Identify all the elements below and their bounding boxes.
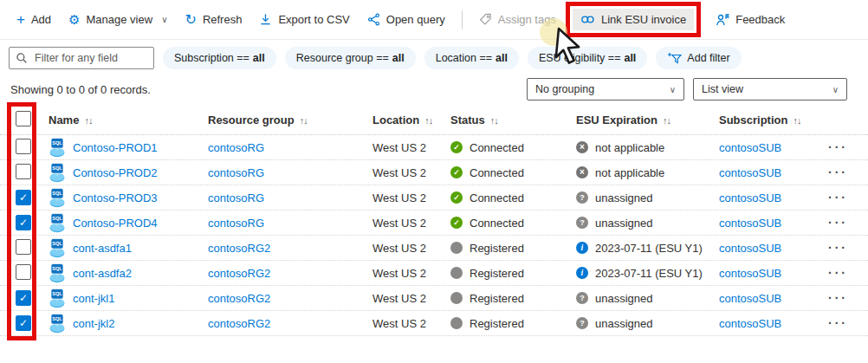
- status-label: Connected: [470, 217, 524, 230]
- status-label: Connected: [470, 191, 524, 204]
- row-checkbox[interactable]: ✓: [16, 315, 31, 331]
- svg-text:SQL: SQL: [52, 140, 62, 146]
- resource-group-link[interactable]: contosoRG2: [208, 242, 270, 255]
- location-cell: West US 2: [372, 166, 450, 179]
- select-all-checkbox[interactable]: [16, 111, 31, 126]
- add-filter-button[interactable]: Add filter: [656, 47, 741, 69]
- esu-info-icon: i: [576, 242, 588, 254]
- sort-icon: ↑↓: [663, 115, 670, 126]
- filter-pill[interactable]: Resource group ==all: [285, 47, 416, 69]
- server-name-link[interactable]: cont-asdfa2: [73, 267, 132, 280]
- sort-icon: ↑↓: [84, 115, 92, 126]
- server-name-link[interactable]: Contoso-PROD3: [73, 191, 158, 204]
- gear-icon: ⚙: [68, 12, 80, 28]
- status-label: Connected: [470, 166, 524, 179]
- row-menu-button[interactable]: ···: [819, 140, 868, 154]
- subscription-link[interactable]: contosoSUB: [719, 191, 781, 204]
- sort-icon: ↑↓: [793, 115, 800, 126]
- table-row: SQLcont-asdfa1contosoRG2West US 2Registe…: [0, 236, 868, 261]
- server-name-link[interactable]: Contoso-PROD4: [73, 217, 158, 230]
- esu-expiration-label: unassigned: [595, 292, 653, 305]
- grouping-dropdown[interactable]: No grouping ∨: [527, 78, 684, 100]
- row-checkbox[interactable]: [16, 239, 31, 255]
- download-icon: [259, 13, 272, 26]
- subscription-link[interactable]: contosoSUB: [719, 267, 781, 280]
- feedback-button[interactable]: Feedback: [708, 9, 793, 31]
- filter-pill[interactable]: ESU eligibility ==all: [528, 47, 647, 69]
- table-row: SQLcont-asdfa2contosoRG2West US 2Registe…: [0, 261, 868, 286]
- server-name-link[interactable]: cont-jkl2: [73, 317, 114, 330]
- filter-search-input[interactable]: [33, 51, 147, 65]
- column-header-resource-group[interactable]: Resource group↑↓: [208, 113, 372, 126]
- column-header-subscription[interactable]: Subscription↑↓: [719, 113, 819, 126]
- link-esu-invoice-label: Link ESU invoice: [601, 13, 686, 26]
- sort-icon: ↑↓: [424, 115, 432, 126]
- row-menu-button[interactable]: ···: [819, 191, 868, 204]
- row-menu-button[interactable]: ···: [819, 316, 868, 330]
- server-name-link[interactable]: Contoso-PROD2: [73, 166, 158, 179]
- row-checkbox[interactable]: [16, 139, 31, 154]
- resource-group-link[interactable]: contosoRG: [208, 141, 264, 154]
- row-menu-button[interactable]: ···: [819, 216, 868, 230]
- refresh-button[interactable]: ↻ Refresh: [177, 7, 249, 32]
- resource-group-link[interactable]: contosoRG: [208, 166, 264, 179]
- resource-group-link[interactable]: contosoRG2: [208, 267, 270, 280]
- filter-search-box[interactable]: [9, 47, 154, 69]
- location-cell: West US 2: [372, 317, 450, 330]
- table-row: ✓SQLContoso-PROD3contosoRGWest US 2✓Conn…: [0, 185, 868, 211]
- server-name-link[interactable]: Contoso-PROD1: [73, 141, 158, 154]
- row-menu-button[interactable]: ···: [819, 241, 868, 255]
- plus-icon: +: [16, 11, 25, 29]
- status-label: Connected: [470, 141, 524, 154]
- row-checkbox[interactable]: ✓: [16, 215, 31, 230]
- resource-group-link[interactable]: contosoRG2: [208, 317, 270, 330]
- row-checkbox[interactable]: ✓: [16, 290, 31, 306]
- server-table: Name↑↓ Resource group↑↓ Location↑↓ Statu…: [0, 106, 868, 336]
- row-menu-button[interactable]: ···: [819, 165, 868, 179]
- column-header-name[interactable]: Name↑↓: [49, 113, 208, 126]
- resource-group-link[interactable]: contosoRG: [208, 217, 264, 230]
- sql-server-icon: SQL: [49, 188, 66, 208]
- location-cell: West US 2: [372, 292, 450, 305]
- registered-status-icon: [450, 292, 463, 304]
- subscription-link[interactable]: contosoSUB: [719, 141, 781, 154]
- subscription-link[interactable]: contosoSUB: [719, 317, 781, 330]
- svg-text:SQL: SQL: [52, 266, 62, 271]
- filter-pill[interactable]: Location ==all: [424, 47, 519, 69]
- row-checkbox[interactable]: [16, 164, 31, 179]
- resource-group-link[interactable]: contosoRG: [208, 191, 264, 204]
- record-count-text: Showing 0 to 0 of 0 records.: [10, 83, 151, 96]
- manage-view-button[interactable]: ⚙ Manage view ∨: [61, 8, 175, 32]
- open-query-label: Open query: [386, 13, 445, 26]
- subscription-link[interactable]: contosoSUB: [719, 292, 781, 305]
- row-checkbox[interactable]: [16, 264, 31, 280]
- row-menu-button[interactable]: ···: [819, 291, 868, 305]
- status-label: Registered: [470, 317, 524, 330]
- link-esu-invoice-button[interactable]: Link ESU invoice: [573, 9, 694, 30]
- resource-group-link[interactable]: contosoRG2: [208, 292, 270, 305]
- column-header-esu-expiration[interactable]: ESU Expiration↑↓: [576, 113, 719, 126]
- column-header-status[interactable]: Status↑↓: [450, 113, 576, 126]
- export-label: Export to CSV: [278, 13, 349, 26]
- subscription-link[interactable]: contosoSUB: [719, 242, 781, 255]
- server-name-link[interactable]: cont-jkl1: [73, 292, 114, 305]
- connected-status-icon: ✓: [450, 217, 463, 229]
- sql-server-icon: SQL: [49, 263, 66, 283]
- row-menu-button[interactable]: ···: [819, 266, 868, 280]
- esu-unassigned-icon: ?: [576, 191, 588, 204]
- subscription-link[interactable]: contosoSUB: [719, 166, 781, 179]
- link-icon: [580, 15, 595, 24]
- svg-text:SQL: SQL: [52, 241, 62, 246]
- subscription-link[interactable]: contosoSUB: [719, 217, 781, 230]
- row-checkbox[interactable]: ✓: [16, 190, 31, 205]
- column-header-location[interactable]: Location↑↓: [372, 113, 450, 126]
- add-button[interactable]: + Add: [9, 7, 59, 33]
- grouping-value: No grouping: [535, 83, 594, 95]
- view-dropdown[interactable]: List view ∨: [693, 78, 847, 100]
- filter-pill[interactable]: Subscription ==all: [163, 47, 276, 69]
- server-name-link[interactable]: cont-asdfa1: [73, 242, 132, 255]
- filter-pill-label: ESU eligibility ==: [539, 52, 621, 64]
- export-to-csv-button[interactable]: Export to CSV: [251, 9, 357, 30]
- add-filter-label: Add filter: [687, 52, 729, 64]
- open-query-button[interactable]: Open query: [360, 9, 453, 30]
